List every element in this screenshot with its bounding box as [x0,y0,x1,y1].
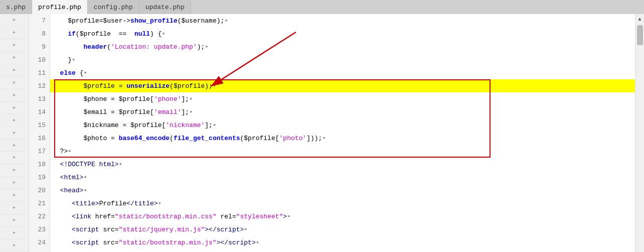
line-num-12: 12 [29,79,50,92]
code-line-7: $profile=$user->show_profile($username);… [50,14,635,27]
sidebar-collapse-11: ► [0,64,29,77]
code-line-21: <title>Profile</title>▪ [50,197,635,210]
tab-s-php[interactable]: s.php [0,0,32,14]
code-text-14: $email = $profile['email'];▪ [52,108,193,116]
code-text-17: ?>▪ [52,148,72,155]
code-text-13: $phone = $profile['phone'];▪ [52,95,193,103]
sidebar-collapse-17: ► [0,140,29,152]
code-line-9: header('Location: update.php');▪ [50,40,635,53]
code-text-22: <link href="static/bootstrap.min.css" re… [52,213,291,220]
code-line-19: <html>▪ [50,171,635,184]
sidebar-collapse-8: ► [0,27,29,39]
line-num-19: 19 [29,171,50,184]
line-num-20: 20 [29,184,50,197]
tab-profile-php[interactable]: profile.php [32,0,88,14]
line-num-7: 7 [29,14,50,27]
left-sidebar: ► ► ► ► ► ► ► ► ► ► ► ► ► ► ► ► ► ► ► [0,14,29,252]
scroll-thumb[interactable] [637,25,643,45]
code-line-20: <head>▪ [50,184,635,197]
line-numbers: 7 8 9 10 11 12 13 14 15 16 17 18 19 20 2… [29,14,50,252]
tab-bar: s.php profile.php config.php update.php [0,0,644,14]
line-num-21: 21 [29,197,50,210]
code-text-21: <title>Profile</title>▪ [52,200,162,207]
line-num-13: 13 [29,92,50,105]
scrollbar[interactable]: ▲ [635,14,644,252]
line-num-18: 18 [29,158,50,171]
sidebar-collapse-21: ► [0,189,29,202]
code-text-9: header('Location: update.php');▪ [52,43,209,51]
scroll-up-arrow[interactable]: ▲ [636,15,644,23]
line-num-25: 25 [29,249,50,252]
line-num-24: 24 [29,236,50,249]
code-text-10: }▪ [52,56,76,64]
sidebar-collapse-20: ► [0,177,29,189]
sidebar-collapse-25: ► [0,239,29,252]
code-line-17: ?>▪ [50,145,635,158]
code-line-10: }▪ [50,53,635,66]
code-line-14: $email = $profile['email'];▪ [50,105,635,118]
line-num-14: 14 [29,105,50,118]
code-line-23: <script src="static/jquery.min.js"></scr… [50,223,635,236]
code-text-12: $profile = unserialize($profile);▪ [52,82,217,90]
sidebar-collapse-22: ► [0,202,29,214]
sidebar-collapse-19: ► [0,164,29,177]
code-text-8: if($profile == null) {▪ [52,30,166,38]
line-num-16: 16 [29,132,50,145]
tab-update-php[interactable]: update.php [139,0,191,14]
code-text-7: $profile=$user->show_profile($username);… [52,17,228,25]
code-text-23: <script src="static/jquery.min.js"></scr… [52,226,248,233]
tab-config-php[interactable]: config.php [88,0,139,14]
code-line-15: $nickname = $profile['nickname'];▪ [50,118,635,132]
code-text-24: <script src="static/bootstrap.min.js"></… [52,239,260,246]
code-content: 7 8 9 10 11 12 13 14 15 16 17 18 19 20 2… [29,14,635,252]
line-num-9: 9 [29,40,50,53]
code-line-18: <!DOCTYPE html>▪ [50,158,635,171]
code-text-19: <html>▪ [52,174,87,181]
code-line-24: <script src="static/bootstrap.min.js"></… [50,236,635,249]
sidebar-collapse-12: ► [0,77,29,89]
line-num-22: 22 [29,210,50,223]
code-line-11: else {▪ [50,66,635,79]
line-num-23: 23 [29,223,50,236]
code-line-22: <link href="static/bootstrap.min.css" re… [50,210,635,223]
code-area: ► ► ► ► ► ► ► ► ► ► ► ► ► ► ► ► ► ► ► 7 … [0,14,644,252]
line-num-11: 11 [29,66,50,79]
sidebar-collapse-9: ► [0,39,29,52]
code-lines-wrapper: $profile=$user->show_profile($username);… [50,14,635,252]
sidebar-collapse-23: ► [0,214,29,227]
sidebar-collapse-13: ► [0,89,29,102]
code-line-16: $photo = base64_encode(file_get_contents… [50,132,635,145]
line-num-8: 8 [29,27,50,40]
code-lines: $profile=$user->show_profile($username);… [50,14,635,252]
code-text-11: else {▪ [52,69,87,77]
sidebar-collapse-15: ► [0,114,29,127]
code-text-18: <!DOCTYPE html>▪ [52,161,122,168]
code-line-25: </head>▪ [50,249,635,252]
code-text-16: $photo = base64_encode(file_get_contents… [52,135,326,142]
sidebar-collapse-18: ► [0,152,29,164]
line-num-15: 15 [29,118,50,132]
sidebar-collapse-16: ► [0,127,29,140]
editor-container: s.php profile.php config.php update.php … [0,0,644,252]
sidebar-collapse-7: ► [0,14,29,27]
line-num-10: 10 [29,53,50,66]
line-num-17: 17 [29,145,50,158]
sidebar-collapse-14: ► [0,102,29,114]
sidebar-collapse-10: ► [0,52,29,64]
sidebar-collapse-24: ► [0,227,29,239]
code-text-15: $nickname = $profile['nickname'];▪ [52,121,217,129]
code-text-20: <head>▪ [52,187,87,194]
code-line-13: $phone = $profile['phone'];▪ [50,92,635,105]
code-line-8: if($profile == null) {▪ [50,27,635,40]
code-line-12: $profile = unserialize($profile);▪ [50,79,635,92]
